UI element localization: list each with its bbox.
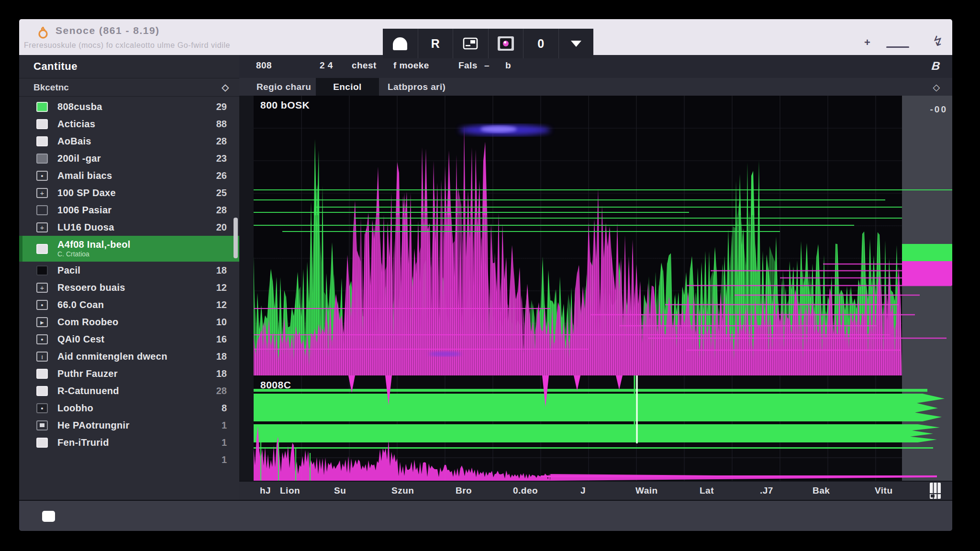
sidebar-item[interactable]: Fen-iTrurid1 [19, 434, 239, 451]
clip-name[interactable]: chest [352, 60, 377, 71]
item-count: 25 [216, 187, 227, 198]
waveform-top-canvas[interactable] [254, 96, 952, 375]
sidebar-scrollbar[interactable] [234, 218, 238, 258]
sidebar-subheader[interactable]: Bkcetnc ◇ [19, 78, 239, 97]
record-monitor-icon [498, 36, 514, 51]
sidebar-item[interactable]: AoBais28 [19, 132, 239, 150]
titlebar-scribble-icon[interactable]: ↯ [931, 33, 945, 50]
tab-bar: Regio charu Enciol (OB Latbpros ari) ◇ [239, 78, 952, 96]
ruler-label: Lat [700, 485, 714, 496]
item-label: Fen-iTrurid [57, 437, 212, 448]
item-count: 18 [216, 368, 227, 379]
tab-latbpros[interactable]: Latbpros ari) [379, 78, 454, 96]
sidebar-item[interactable]: 200il -gar23 [19, 150, 239, 167]
item-label: Pacil [57, 265, 207, 276]
item-count: 23 [216, 153, 227, 164]
window-title: Senoce (861 - 8.19) [56, 25, 160, 36]
sidebar-item[interactable]: 1006 Pasiar28 [19, 201, 239, 219]
top-panel-meter: -00 [930, 104, 947, 115]
sidebar-item[interactable]: •Loobho8 [19, 399, 239, 417]
light-swatch-icon [36, 386, 48, 396]
sidebar-item[interactable]: •QAi0 Cest16 [19, 331, 239, 348]
item-count: 12 [216, 299, 227, 310]
sidebar-item[interactable]: He PAotrungnir1 [19, 417, 239, 434]
waveform-panel-top[interactable]: 800 bOSK -00 [254, 96, 952, 375]
item-count: 12 [216, 282, 227, 293]
ruler-label: Su [334, 485, 346, 496]
item-label: Acticias [57, 119, 207, 130]
sidebar-header: Cantitue [19, 55, 239, 78]
key-value[interactable]: f moeke [393, 60, 429, 71]
record-arm-button[interactable]: R [418, 29, 454, 58]
tempo-value[interactable]: 808 [256, 60, 272, 71]
sidebar-item[interactable]: Puthr Fauzer18 [19, 365, 239, 382]
item-count: 88 [216, 119, 227, 130]
ruler-label: Wain [635, 485, 658, 496]
item-count: 29 [216, 101, 227, 112]
sidebar-item[interactable]: ıAid cnmitenglen dwecn18 [19, 348, 239, 365]
item-label: LU16 Duosa [57, 222, 207, 233]
bottom-panel-label: 8008C [260, 379, 291, 391]
window-layout-button[interactable] [453, 29, 489, 58]
flag-label[interactable]: b [505, 60, 511, 71]
sidebar-item[interactable]: R-Catunuend28 [19, 382, 239, 399]
item-count: 8 [222, 403, 227, 414]
sidebar-item[interactable]: •66.0 Coan12 [19, 296, 239, 313]
sidebar-item[interactable]: +100 SP Daxe25 [19, 184, 239, 201]
item-label: A4f08 Inal,-beol [57, 239, 217, 250]
item-label: Puthr Fauzer [57, 368, 207, 379]
plus-swatch-icon: + [36, 222, 48, 232]
sidebar-item[interactable]: ▸Com Roobeo10 [19, 313, 239, 331]
transport-row: 808 2 4 chest f moeke Fals – b B [239, 55, 952, 78]
light-swatch-icon [36, 119, 48, 129]
sidebar-item[interactable]: +LU16 Duosa20 [19, 219, 239, 236]
status-square-button[interactable] [42, 511, 55, 522]
item-label: 1006 Pasiar [57, 205, 207, 216]
item-label: 100 SP Daxe [57, 187, 207, 198]
item-label: 808cusba [57, 101, 207, 112]
item-count: 1 [222, 454, 227, 465]
bell-button[interactable] [383, 29, 418, 58]
tab-regio-charu[interactable]: Regio charu [248, 78, 320, 96]
record-monitor-button[interactable] [489, 29, 524, 58]
titlebar-plus-icon[interactable]: + [864, 36, 870, 49]
item-label: Loobho [57, 403, 212, 414]
info-swatch-icon: ı [36, 352, 48, 362]
clip-b-icon[interactable]: B [931, 59, 940, 73]
main-toolbar: R 0 [383, 29, 593, 58]
mode-value[interactable]: Fals [458, 60, 478, 71]
minimize-icon[interactable] [886, 46, 909, 48]
item-count: 18 [216, 351, 227, 362]
counter-button[interactable]: 0 [523, 29, 559, 58]
timeline-ruler[interactable]: hJLionSuSzunBro0.deoJWainLat.J7BakVitu [239, 481, 952, 500]
plus-swatch-icon: + [36, 283, 48, 293]
item-sublabel: C. Crtatioa [57, 250, 217, 258]
sidebar-item[interactable]: +Resoero buais12 [19, 279, 239, 296]
sidebar-item[interactable]: Pacil18 [19, 262, 239, 279]
meter-value[interactable]: 2 4 [320, 60, 333, 71]
waveform-bottom-canvas[interactable] [254, 375, 952, 481]
chevron-down-icon [571, 41, 581, 47]
dash-label: – [484, 60, 490, 71]
main-area: 808 2 4 chest f moeke Fals – b B Regio c… [239, 55, 952, 500]
dropdown-button[interactable] [559, 29, 594, 58]
ruler-label: 0.deo [513, 485, 538, 496]
sidebar-item[interactable]: •Amali biacs26 [19, 167, 239, 184]
black-swatch-icon [36, 265, 48, 276]
app-logo-flame-icon [37, 27, 49, 39]
grid-keyboard-icon[interactable] [929, 482, 942, 500]
item-count: 28 [216, 205, 227, 216]
sidebar-item[interactable]: A4f08 Inal,-beolC. Crtatioa [19, 236, 239, 262]
sidebar-item[interactable]: 1 [19, 451, 239, 468]
item-count: 18 [216, 265, 227, 276]
item-label: He PAotrungnir [57, 420, 212, 431]
sidebar-item[interactable]: Acticias88 [19, 115, 239, 132]
tab-enciol[interactable]: Enciol (OB [316, 78, 379, 96]
diamond-icon: ◇ [933, 82, 940, 93]
dot-swatch-icon: • [36, 334, 48, 344]
item-count: 26 [216, 170, 227, 181]
record-arm-label: R [431, 37, 440, 51]
diamond-icon: ◇ [222, 82, 229, 93]
waveform-panel-bottom[interactable]: 8008C [254, 375, 952, 481]
sidebar-item[interactable]: 808cusba29 [19, 98, 239, 115]
